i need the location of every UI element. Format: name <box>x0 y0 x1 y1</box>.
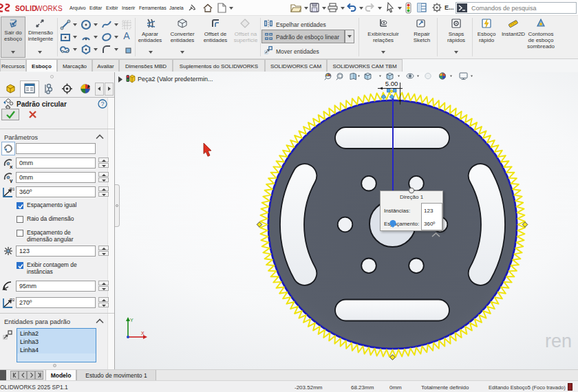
svg-text:x: x <box>10 164 13 169</box>
svg-text:X: X <box>141 331 144 336</box>
svg-text:A: A <box>123 30 130 41</box>
svg-text:SOLID: SOLID <box>15 5 37 12</box>
svg-text:?: ? <box>100 100 104 107</box>
svg-text:y: y <box>10 177 13 183</box>
svg-text:WORKS: WORKS <box>36 5 63 12</box>
svg-text:R1: R1 <box>10 187 14 191</box>
svg-text:ren: ren <box>545 331 572 351</box>
svg-text:R2: R2 <box>10 298 14 302</box>
svg-text:Y: Y <box>130 318 133 323</box>
